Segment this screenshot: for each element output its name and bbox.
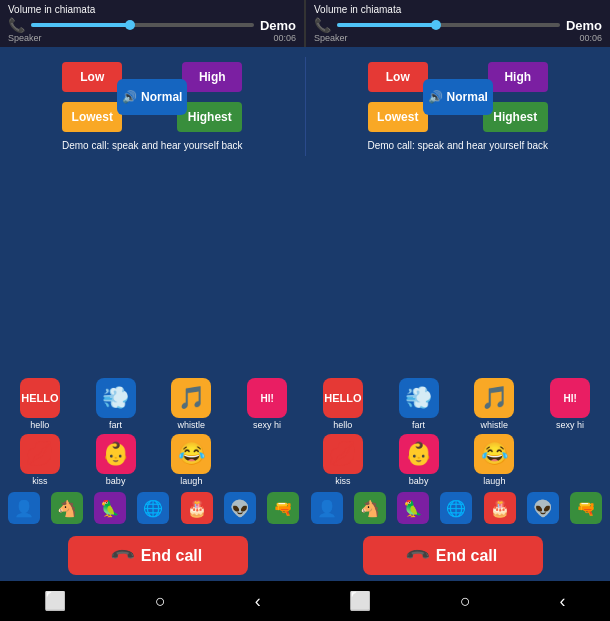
nav-back-btn[interactable]: ‹: [255, 591, 261, 612]
vol-low-btn-right[interactable]: Low: [368, 62, 428, 92]
sound-baby-left[interactable]: 👶 baby: [86, 434, 146, 486]
hello-icon-left: HELLO: [20, 378, 60, 418]
speaker-icon-right: 🔊: [428, 90, 443, 104]
small-icon-bird-left[interactable]: 🦜: [94, 492, 126, 524]
nav-recent-btn[interactable]: ⬜: [44, 590, 66, 612]
small-icon-person-left[interactable]: 👤: [8, 492, 40, 524]
speaker-timer-right: Speaker 00:06: [314, 33, 602, 43]
baby-icon-right: 👶: [399, 434, 439, 474]
vol-high-btn-right[interactable]: High: [488, 62, 548, 92]
sound-whistle-left[interactable]: 🎵 whistle: [161, 378, 221, 430]
top-panels: Volume in chiamata 📞 Demo Speaker 00:06 …: [0, 0, 610, 47]
volume-panel-right: Low High Lowest Highest 🔊 Normal Demo ca…: [306, 57, 611, 156]
end-call-btn-left[interactable]: 📞 End call: [68, 536, 248, 575]
vol-lowest-btn-left[interactable]: Lowest: [62, 102, 122, 132]
sound-laugh-right[interactable]: 😂 laugh: [464, 434, 524, 486]
sound-hello-right[interactable]: HELLO hello: [313, 378, 373, 430]
nav-back-btn-right[interactable]: ‹: [560, 591, 566, 612]
spacer: [0, 166, 610, 374]
end-call-btn-right[interactable]: 📞 End call: [363, 536, 543, 575]
bottom-nav: ⬜ ○ ‹ ⬜ ○ ‹: [0, 581, 610, 621]
timer-left: 00:06: [273, 33, 296, 43]
small-icon-cake-left[interactable]: 🎂: [181, 492, 213, 524]
small-icon-alien-right[interactable]: 👽: [527, 492, 559, 524]
sexyhi-label-right: sexy hi: [556, 420, 584, 430]
call-header-right: Volume in chiamata: [314, 4, 602, 15]
timer-right: 00:06: [579, 33, 602, 43]
small-icon-bird-right[interactable]: 🦜: [397, 492, 429, 524]
whistle-label-right: whistle: [481, 420, 509, 430]
phone-icon-left: 📞: [8, 17, 25, 33]
speaker-label-left: Speaker: [8, 33, 42, 43]
fart-label-left: fart: [109, 420, 122, 430]
fart-icon-left: 💨: [96, 378, 136, 418]
vol-normal-btn-right[interactable]: 🔊 Normal: [423, 79, 493, 115]
small-icon-animal-right[interactable]: 🐴: [354, 492, 386, 524]
volume-track-right[interactable]: [337, 23, 560, 27]
hello-label-right: hello: [333, 420, 352, 430]
laugh-label-right: laugh: [483, 476, 505, 486]
volume-buttons-right: Low High Lowest Highest 🔊 Normal: [368, 62, 548, 132]
end-call-phone-icon-right: 📞: [404, 542, 432, 570]
whistle-icon-right: 🎵: [474, 378, 514, 418]
kiss-label-right: kiss: [335, 476, 351, 486]
volume-track-left[interactable]: [31, 23, 254, 27]
small-icon-person-right[interactable]: 👤: [311, 492, 343, 524]
small-icon-globe-right[interactable]: 🌐: [440, 492, 472, 524]
sound-hello-left[interactable]: HELLO hello: [10, 378, 70, 430]
baby-icon-left: 👶: [96, 434, 136, 474]
sound-kiss-left[interactable]: 💋 kiss: [10, 434, 70, 486]
hello-label-left: hello: [30, 420, 49, 430]
sound-row-1: HELLO hello 💨 fart 🎵 whistle HI! sexy hi…: [2, 378, 608, 430]
kiss-label-left: kiss: [32, 476, 48, 486]
sound-sexyhi-right[interactable]: HI! sexy hi: [540, 378, 600, 430]
sound-fart-left[interactable]: 💨 fart: [86, 378, 146, 430]
kiss-icon-right: 💋: [323, 434, 363, 474]
vol-low-btn-left[interactable]: Low: [62, 62, 122, 92]
kiss-icon-left: 💋: [20, 434, 60, 474]
vol-high-btn-left[interactable]: High: [182, 62, 242, 92]
laugh-label-left: laugh: [180, 476, 202, 486]
fart-label-right: fart: [412, 420, 425, 430]
call-panel-left: Volume in chiamata 📞 Demo Speaker 00:06: [0, 0, 304, 47]
nav-recent-btn-right[interactable]: ⬜: [349, 590, 371, 612]
volume-row-right: 📞 Demo: [314, 17, 602, 33]
laugh-icon-left: 😂: [171, 434, 211, 474]
whistle-label-left: whistle: [178, 420, 206, 430]
small-icon-cake-right[interactable]: 🎂: [484, 492, 516, 524]
speaker-icon-left: 🔊: [122, 90, 137, 104]
vol-lowest-btn-right[interactable]: Lowest: [368, 102, 428, 132]
call-header-left: Volume in chiamata: [8, 4, 296, 15]
small-icon-gun-right[interactable]: 🔫: [570, 492, 602, 524]
small-icon-globe-left[interactable]: 🌐: [137, 492, 169, 524]
volume-buttons-left: Low High Lowest Highest 🔊 Normal: [62, 62, 242, 132]
volume-row-left: 📞 Demo: [8, 17, 296, 33]
sound-sexyhi-left[interactable]: HI! sexy hi: [237, 378, 297, 430]
small-icon-animal-left[interactable]: 🐴: [51, 492, 83, 524]
sexyhi-label-left: sexy hi: [253, 420, 281, 430]
baby-label-right: baby: [409, 476, 429, 486]
demo-text-left: Demo call: speak and hear yourself back: [62, 140, 243, 151]
demo-label-left: Demo: [260, 18, 296, 33]
whistle-icon-left: 🎵: [171, 378, 211, 418]
sexyhi-icon-left: HI!: [247, 378, 287, 418]
sound-kiss-right[interactable]: 💋 kiss: [313, 434, 373, 486]
sound-baby-right[interactable]: 👶 baby: [389, 434, 449, 486]
call-panel-right: Volume in chiamata 📞 Demo Speaker 00:06: [306, 0, 610, 47]
volume-knob-right: [431, 20, 441, 30]
speaker-timer-left: Speaker 00:06: [8, 33, 296, 43]
sound-laugh-left[interactable]: 😂 laugh: [161, 434, 221, 486]
small-icon-alien-left[interactable]: 👽: [224, 492, 256, 524]
volume-panel-left: Low High Lowest Highest 🔊 Normal Demo ca…: [0, 57, 305, 156]
nav-home-btn[interactable]: ○: [155, 591, 166, 612]
volume-fill-left: [31, 23, 131, 27]
volume-panels: Low High Lowest Highest 🔊 Normal Demo ca…: [0, 47, 610, 166]
vol-normal-btn-left[interactable]: 🔊 Normal: [117, 79, 187, 115]
demo-text-right: Demo call: speak and hear yourself back: [367, 140, 548, 151]
laugh-icon-right: 😂: [474, 434, 514, 474]
nav-home-btn-right[interactable]: ○: [460, 591, 471, 612]
sound-whistle-right[interactable]: 🎵 whistle: [464, 378, 524, 430]
baby-label-left: baby: [106, 476, 126, 486]
sound-fart-right[interactable]: 💨 fart: [389, 378, 449, 430]
small-icon-gun-left[interactable]: 🔫: [267, 492, 299, 524]
